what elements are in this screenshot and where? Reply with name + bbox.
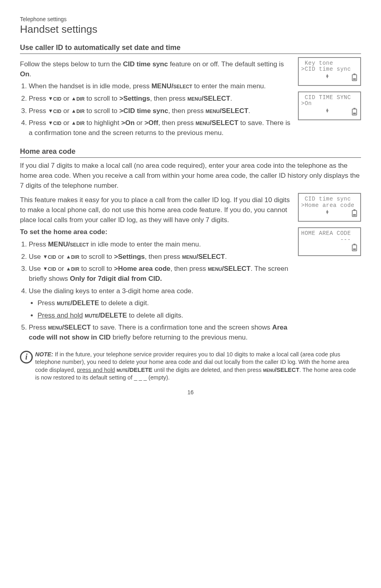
text-bold: /SELECT <box>202 95 230 102</box>
text-bold: Only for 7digit dial from CID. <box>70 275 162 282</box>
text-underline: press and hold <box>77 367 115 373</box>
text: , then press <box>145 253 183 260</box>
text-bold: >Settings <box>119 95 150 102</box>
text: briefly before returning to the previous… <box>111 334 248 341</box>
subheading: To set the home area code: <box>20 227 292 237</box>
text: When the handset is in idle mode, press <box>29 82 151 90</box>
text-bold: >Home area code <box>114 265 171 272</box>
text-sc: menu <box>182 253 196 260</box>
updown-icon: ▲▼ <box>326 210 328 217</box>
text-sc: dir <box>76 119 85 127</box>
text: Press <box>29 95 48 102</box>
down-arrow-icon: ▼ <box>43 253 48 261</box>
text-sc: cid <box>48 265 56 272</box>
text-sc: cid <box>53 107 62 115</box>
step-4: Press ▼cid or ▲dir to highlight >On or >… <box>29 118 292 138</box>
page-number: 16 <box>20 389 361 395</box>
text-bold: /SELECT <box>222 265 251 272</box>
info-icon: i <box>20 351 33 364</box>
paragraph: This feature makes it easy for you to pl… <box>20 195 292 225</box>
text: . <box>225 253 227 260</box>
lcd-line: >CID time sync <box>301 66 359 72</box>
text: Press <box>38 299 57 307</box>
lcd-line: HOME AREA CODE <box>301 230 359 236</box>
text-bold: CID time sync <box>123 60 168 68</box>
text-bold: >CID time sync <box>119 107 168 115</box>
step-1b: Press MENU/select in idle mode to enter … <box>29 240 292 250</box>
text-bold: /SELECT <box>62 324 91 331</box>
text-bold: /SELECT <box>275 367 299 373</box>
text-sc: select <box>173 82 192 90</box>
text: Use <box>29 253 43 260</box>
note: i NOTE: If in the future, your telephone… <box>20 351 361 382</box>
text: to scroll to <box>85 95 119 102</box>
lcd-line: --- <box>301 237 359 243</box>
text: or <box>62 119 71 127</box>
text-sc: cid <box>48 253 56 260</box>
text-bold: MENU/ <box>48 240 70 248</box>
text: until the digits are deleted, and then p… <box>153 367 263 373</box>
intro-paragraph: Follow the steps below to turn the CID t… <box>20 60 292 79</box>
text-sc: cid <box>53 119 62 127</box>
text: to delete a digit. <box>99 299 149 307</box>
text-underline: Press and hold <box>38 312 83 319</box>
text: to scroll to <box>79 253 114 260</box>
step-2b: Use ▼cid or ▲dir to scroll to >Settings,… <box>29 252 292 262</box>
up-arrow-icon: ▲ <box>71 119 76 127</box>
text-bold: >Settings <box>114 253 145 260</box>
text-sc: menu <box>48 324 62 331</box>
text: feature on or off. The default setting i… <box>168 60 284 68</box>
text: Follow the steps below to turn the <box>20 60 123 68</box>
section-title-cid-sync: Use caller ID to automatically set date … <box>20 44 361 54</box>
text-bold: /DELETE <box>70 299 99 307</box>
text: in idle mode to enter the main menu. <box>89 240 201 248</box>
lcd-line: >Home area code <box>301 203 359 209</box>
text-bold: /SELECT <box>196 253 225 260</box>
text: Press <box>29 107 48 115</box>
text: or <box>56 253 66 260</box>
lcd-screen-1: Key tone >CID time sync ▲▼ <box>298 57 361 86</box>
text: or <box>62 107 71 115</box>
lcd-screen-3: CID time sync >Home area code ▲▼ <box>298 193 361 222</box>
text-sc: mute <box>85 312 98 319</box>
text-sc: menu <box>263 367 275 373</box>
up-arrow-icon: ▲ <box>66 253 71 261</box>
text-sc: mute <box>117 367 128 373</box>
battery-icon <box>352 74 357 81</box>
text: , then press <box>171 265 208 272</box>
text-sc: menu <box>196 119 210 127</box>
step-1: When the handset is in idle mode, press … <box>29 81 292 91</box>
text-sc: dir <box>71 253 79 260</box>
step-2: Press ▼cid or ▲dir to scroll to >Setting… <box>29 94 292 104</box>
updown-icon: ▲▼ <box>326 74 328 81</box>
step-3b: Use ▼cid or ▲dir to scroll to >Home area… <box>29 264 292 284</box>
text: , then press <box>168 107 206 115</box>
down-arrow-icon: ▼ <box>48 95 53 103</box>
up-arrow-icon: ▲ <box>71 107 76 115</box>
text: , then press <box>158 119 196 127</box>
section-title-home-area: Home area code <box>20 147 361 158</box>
text-sc: mute <box>57 299 70 307</box>
lcd-line: CID TIME SYNC <box>301 95 359 101</box>
text: or <box>135 119 145 127</box>
text-bold: /DELETE <box>98 312 127 319</box>
text: to highlight <box>85 119 121 127</box>
text: to save. There is a confirmation tone an… <box>91 324 272 331</box>
text: . <box>30 70 32 78</box>
lcd-screen-2: CID TIME SYNC >On ▲▼ <box>298 91 361 120</box>
down-arrow-icon: ▼ <box>48 119 53 127</box>
bullet-1: Press mute/DELETE to delete a digit. <box>38 298 292 308</box>
text: . <box>248 107 250 115</box>
text-sc: cid <box>53 95 62 102</box>
text-sc: menu <box>187 95 201 102</box>
text: Use <box>29 265 43 272</box>
text: to scroll to <box>79 265 114 272</box>
text: Press <box>29 119 48 127</box>
text-bold: /DELETE <box>128 367 152 373</box>
up-arrow-icon: ▲ <box>66 265 71 273</box>
text-sc: dir <box>76 107 85 115</box>
page-title: Handset settings <box>20 23 361 36</box>
text-sc: dir <box>71 265 79 272</box>
text-sc: menu <box>208 265 222 272</box>
note-label: NOTE: <box>35 351 53 358</box>
